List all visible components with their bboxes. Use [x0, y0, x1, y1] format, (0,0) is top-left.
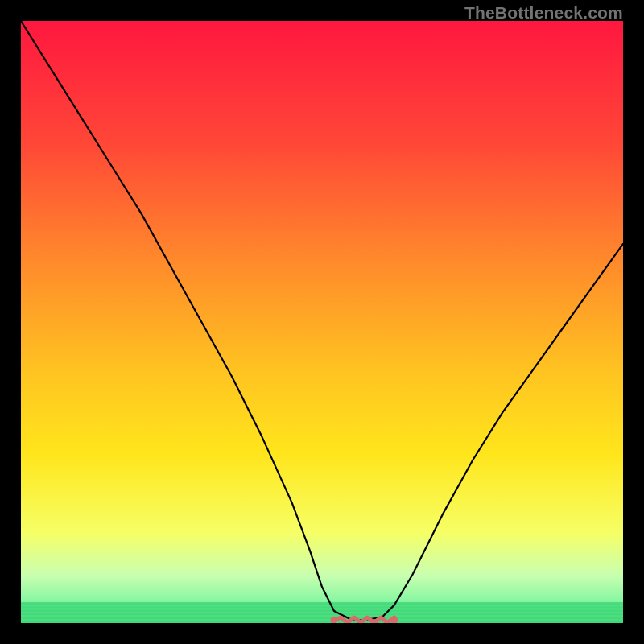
gradient-background	[21, 21, 623, 623]
watermark: TheBottleneck.com	[464, 3, 623, 23]
chart-container: TheBottleneck.com	[0, 0, 644, 644]
bottleneck-chart	[21, 21, 623, 623]
plot-area	[21, 21, 623, 623]
